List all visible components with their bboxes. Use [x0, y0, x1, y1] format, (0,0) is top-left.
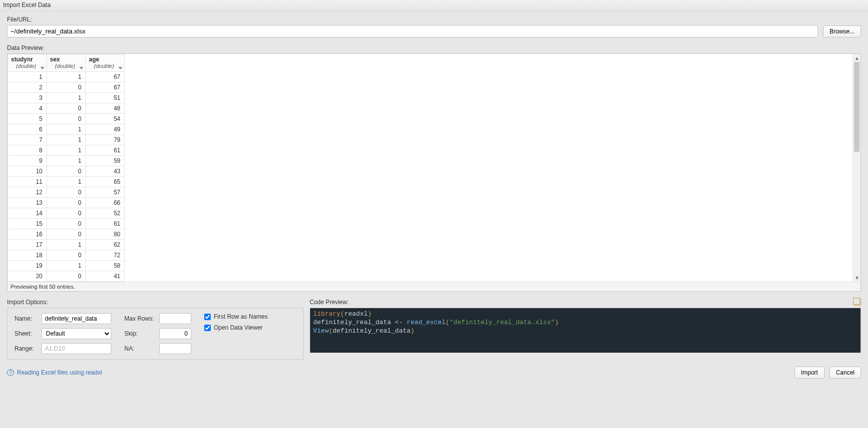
table-cell: 1 [47, 124, 86, 134]
open-viewer-label: Open Data Viewer [214, 324, 263, 331]
table-row: 2067 [8, 82, 125, 92]
file-url-input[interactable] [7, 25, 818, 37]
table-cell: 0 [47, 82, 86, 92]
table-row: 18072 [8, 250, 125, 260]
table-cell: 0 [47, 166, 86, 176]
table-cell: 0 [47, 187, 86, 197]
table-row: 20041 [8, 271, 125, 281]
import-options-label: Import Options: [7, 299, 304, 306]
table-cell: 1 [8, 71, 47, 82]
table-row: 16080 [8, 229, 125, 239]
code-preview[interactable]: library(readxl) definitely_real_data <- … [310, 308, 861, 353]
na-input[interactable] [159, 343, 191, 354]
scroll-thumb[interactable] [854, 62, 860, 152]
table-cell: 1 [47, 176, 86, 187]
scroll-down-icon[interactable]: ▾ [853, 274, 861, 282]
help-link[interactable]: ? Reading Excel files using readxl [7, 369, 102, 376]
table-row: 4048 [8, 103, 125, 113]
help-icon: ? [7, 369, 14, 376]
vertical-scrollbar[interactable]: ▴ ▾ [853, 54, 861, 282]
table-cell: 51 [86, 92, 125, 103]
table-cell: 0 [47, 229, 86, 239]
table-row: 14052 [8, 208, 125, 218]
table-cell: 0 [47, 208, 86, 218]
open-viewer-checkbox-row[interactable]: Open Data Viewer [204, 324, 268, 331]
table-cell: 18 [8, 250, 47, 260]
cancel-button[interactable]: Cancel [830, 367, 861, 379]
table-cell: 12 [8, 187, 47, 197]
table-cell: 1 [47, 71, 86, 82]
table-cell: 6 [8, 124, 47, 134]
column-header[interactable]: studynr(double) [8, 54, 47, 72]
table-cell: 1 [47, 239, 86, 250]
table-cell: 79 [86, 134, 125, 145]
table-cell: 0 [47, 197, 86, 208]
data-preview-table: studynr(double)sex(double)age(double) 11… [7, 54, 125, 282]
table-cell: 2 [8, 82, 47, 92]
table-cell: 58 [86, 260, 125, 271]
column-header[interactable]: sex(double) [47, 54, 86, 72]
table-cell: 0 [47, 271, 86, 281]
preview-footer-text: Previewing first 50 entries. [7, 282, 861, 291]
table-row: 6149 [8, 124, 125, 134]
table-cell: 14 [8, 208, 47, 218]
table-cell: 20 [8, 271, 47, 281]
na-label: NA: [124, 345, 156, 352]
table-row: 5054 [8, 113, 125, 124]
column-name: sex [50, 56, 60, 63]
table-row: 9159 [8, 155, 125, 166]
table-row: 10043 [8, 166, 125, 176]
browse-button[interactable]: Browse... [823, 25, 861, 37]
table-cell: 1 [47, 155, 86, 166]
first-row-label: First Row as Names [214, 313, 268, 320]
table-cell: 67 [86, 82, 125, 92]
table-cell: 1 [47, 260, 86, 271]
table-cell: 1 [47, 145, 86, 155]
range-input[interactable] [41, 343, 111, 354]
column-type-dropdown-icon[interactable] [40, 67, 44, 69]
table-cell: 52 [86, 208, 125, 218]
sheet-label: Sheet: [14, 330, 38, 337]
copy-icon[interactable] [854, 299, 861, 306]
sheet-select[interactable]: Default [41, 328, 111, 339]
scroll-up-icon[interactable]: ▴ [853, 54, 861, 62]
help-link-text: Reading Excel files using readxl [17, 369, 102, 376]
open-viewer-checkbox[interactable] [204, 325, 211, 331]
table-row: 7179 [8, 134, 125, 145]
table-cell: 67 [86, 71, 125, 82]
maxrows-label: Max Rows: [124, 315, 156, 322]
file-url-label: File/URL: [7, 16, 861, 23]
table-cell: 72 [86, 250, 125, 260]
table-cell: 1 [47, 134, 86, 145]
first-row-checkbox-row[interactable]: First Row as Names [204, 313, 268, 320]
table-row: 8161 [8, 145, 125, 155]
table-row: 19158 [8, 260, 125, 271]
table-cell: 48 [86, 103, 125, 113]
table-cell: 54 [86, 113, 125, 124]
first-row-checkbox[interactable] [204, 314, 211, 320]
import-button[interactable]: Import [795, 367, 825, 379]
data-preview-scroll[interactable]: studynr(double)sex(double)age(double) 11… [7, 54, 861, 282]
table-row: 13066 [8, 197, 125, 208]
table-cell: 0 [47, 103, 86, 113]
skip-input[interactable] [159, 328, 191, 339]
column-type: (double) [50, 63, 82, 69]
table-cell: 7 [8, 134, 47, 145]
table-cell: 3 [8, 92, 47, 103]
table-cell: 0 [47, 250, 86, 260]
maxrows-input[interactable] [159, 313, 191, 324]
column-name: studynr [11, 56, 33, 63]
table-cell: 17 [8, 239, 47, 250]
table-row: 1167 [8, 71, 125, 82]
table-cell: 65 [86, 176, 125, 187]
column-header[interactable]: age(double) [86, 54, 125, 72]
table-cell: 11 [8, 176, 47, 187]
table-cell: 13 [8, 197, 47, 208]
table-cell: 57 [86, 187, 125, 197]
column-type: (double) [11, 63, 43, 69]
name-input[interactable] [41, 313, 111, 324]
table-cell: 61 [86, 145, 125, 155]
column-type-dropdown-icon[interactable] [118, 67, 122, 69]
table-cell: 0 [47, 218, 86, 229]
column-type-dropdown-icon[interactable] [79, 67, 83, 69]
